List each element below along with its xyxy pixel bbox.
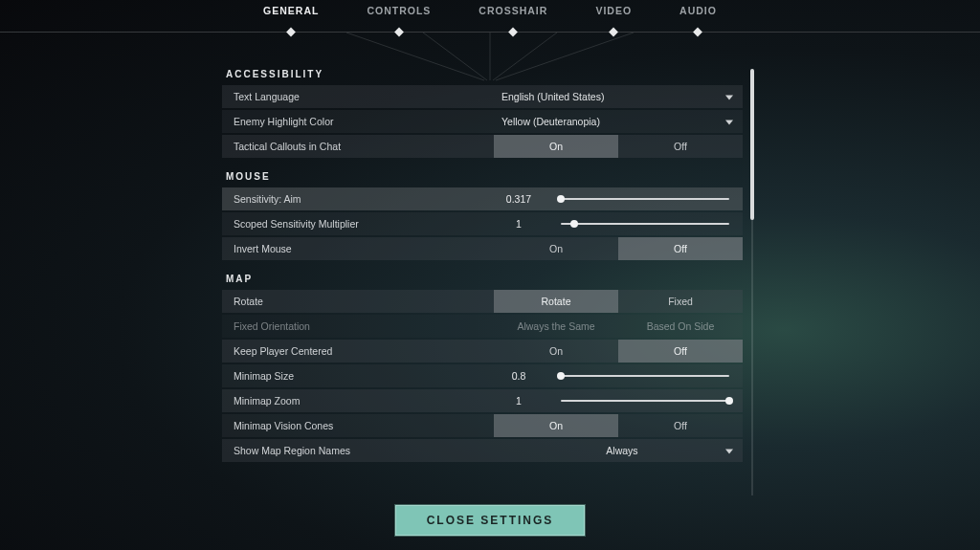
slider-minimap-size-track[interactable] [561, 375, 729, 377]
row-minimap-size: Minimap Size 0.8 [222, 364, 743, 387]
dropdown-text-language-value: English (United States) [501, 91, 604, 102]
tab-video[interactable]: VIDEO [582, 0, 645, 32]
scroll-thumb[interactable] [750, 69, 754, 220]
settings-panel: ACCESSIBILITY Text Language English (Uni… [222, 55, 743, 495]
toggle-keep-centered: On Off [494, 340, 743, 363]
chevron-down-icon [725, 450, 733, 454]
slider-sensitivity-aim-knob[interactable] [557, 195, 565, 203]
toggle-tactical-callouts: On Off [494, 135, 743, 158]
dropdown-enemy-highlight-value: Yellow (Deuteranopia) [501, 116, 600, 127]
slider-scoped-multiplier: 1 [494, 218, 743, 230]
section-map-title: MAP [226, 274, 743, 284]
slider-minimap-zoom: 1 [494, 395, 743, 407]
toggle-fixed-orientation-same: Always the Same [494, 315, 618, 338]
row-vision-cones: Minimap Vision Cones On Off [222, 414, 743, 437]
label-text-language: Text Language [222, 91, 494, 102]
row-keep-centered: Keep Player Centered On Off [222, 340, 743, 363]
dropdown-enemy-highlight[interactable]: Yellow (Deuteranopia) [494, 110, 743, 133]
toggle-keep-centered-on[interactable]: On [494, 340, 618, 363]
toggle-tactical-callouts-on[interactable]: On [494, 135, 618, 158]
toggle-invert-mouse-off[interactable]: Off [618, 237, 743, 260]
label-minimap-size: Minimap Size [222, 370, 494, 382]
toggle-rotate-fixed[interactable]: Fixed [618, 290, 743, 313]
slider-minimap-zoom-track[interactable] [561, 400, 729, 402]
slider-sensitivity-aim-track[interactable] [561, 198, 729, 200]
label-vision-cones: Minimap Vision Cones [222, 420, 494, 431]
label-rotate: Rotate [222, 296, 494, 307]
slider-minimap-size: 0.8 [494, 370, 743, 382]
row-rotate: Rotate Rotate Fixed [222, 290, 743, 313]
toggle-rotate-rotate[interactable]: Rotate [494, 290, 618, 313]
slider-scoped-multiplier-track[interactable] [561, 223, 729, 225]
label-sensitivity-aim: Sensitivity: Aim [222, 193, 494, 205]
row-scoped-multiplier: Scoped Sensitivity Multiplier 1 [222, 212, 743, 235]
tab-audio[interactable]: AUDIO [666, 0, 730, 32]
slider-minimap-size-knob[interactable] [557, 372, 565, 380]
label-keep-centered: Keep Player Centered [222, 345, 494, 357]
toggle-fixed-orientation-side: Based On Side [618, 315, 743, 338]
slider-minimap-size-value[interactable]: 0.8 [494, 370, 544, 382]
section-mouse-title: MOUSE [226, 171, 743, 182]
label-scoped-multiplier: Scoped Sensitivity Multiplier [222, 218, 494, 230]
row-fixed-orientation: Fixed Orientation Always the Same Based … [222, 315, 743, 338]
slider-minimap-zoom-knob[interactable] [725, 397, 733, 405]
toggle-vision-cones: On Off [494, 414, 743, 437]
tab-general[interactable]: GENERAL [250, 0, 332, 32]
dropdown-region-names[interactable]: Always [494, 439, 743, 462]
slider-minimap-zoom-value[interactable]: 1 [494, 395, 544, 407]
row-enemy-highlight: Enemy Highlight Color Yellow (Deuteranop… [222, 110, 743, 133]
slider-scoped-multiplier-knob[interactable] [570, 220, 578, 228]
toggle-keep-centered-off[interactable]: Off [618, 340, 743, 363]
chevron-down-icon [725, 121, 733, 125]
toggle-invert-mouse: On Off [494, 237, 743, 260]
nav-items: GENERAL CONTROLS CROSSHAIR VIDEO AUDIO [250, 0, 730, 32]
row-minimap-zoom: Minimap Zoom 1 [222, 389, 743, 412]
label-fixed-orientation: Fixed Orientation [222, 320, 494, 332]
toggle-invert-mouse-on[interactable]: On [494, 237, 618, 260]
tab-crosshair[interactable]: CROSSHAIR [465, 0, 561, 32]
row-sensitivity-aim: Sensitivity: Aim 0.317 [222, 187, 743, 210]
label-region-names: Show Map Region Names [222, 445, 494, 456]
dropdown-region-names-value: Always [501, 445, 743, 456]
section-accessibility-title: ACCESSIBILITY [226, 69, 743, 79]
toggle-vision-cones-on[interactable]: On [494, 414, 618, 437]
settings-top-nav: GENERAL CONTROLS CROSSHAIR VIDEO AUDIO [0, 0, 980, 33]
slider-sensitivity-aim-value[interactable]: 0.317 [494, 193, 544, 205]
row-region-names: Show Map Region Names Always [222, 439, 743, 462]
dropdown-text-language[interactable]: English (United States) [494, 85, 743, 108]
label-invert-mouse: Invert Mouse [222, 243, 494, 254]
tab-controls[interactable]: CONTROLS [353, 0, 444, 32]
label-enemy-highlight: Enemy Highlight Color [222, 116, 494, 127]
slider-sensitivity-aim: 0.317 [494, 193, 743, 205]
row-tactical-callouts: Tactical Callouts in Chat On Off [222, 135, 743, 158]
chevron-down-icon [725, 96, 733, 100]
toggle-tactical-callouts-off[interactable]: Off [618, 135, 743, 158]
slider-scoped-multiplier-value[interactable]: 1 [494, 218, 544, 230]
toggle-vision-cones-off[interactable]: Off [618, 414, 743, 437]
toggle-rotate: Rotate Fixed [494, 290, 743, 313]
label-tactical-callouts: Tactical Callouts in Chat [222, 141, 494, 152]
row-text-language: Text Language English (United States) [222, 85, 743, 108]
row-invert-mouse: Invert Mouse On Off [222, 237, 743, 260]
close-settings-button[interactable]: CLOSE SETTINGS [394, 504, 586, 537]
label-minimap-zoom: Minimap Zoom [222, 395, 494, 407]
toggle-fixed-orientation: Always the Same Based On Side [494, 315, 743, 338]
